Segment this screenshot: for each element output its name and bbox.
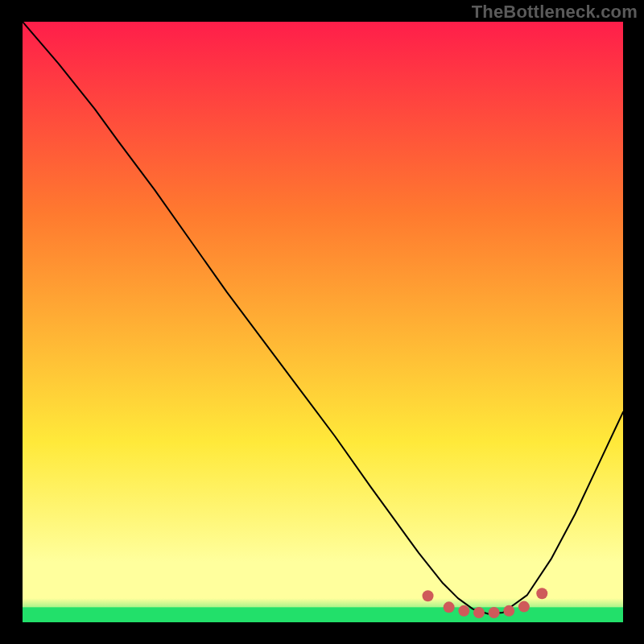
trough-marker <box>489 607 500 618</box>
trough-marker <box>536 588 547 599</box>
trough-marker <box>458 605 469 617</box>
trough-marker <box>518 601 530 613</box>
gradient-background <box>23 22 623 622</box>
plot-area <box>22 22 624 622</box>
chart-svg <box>23 22 623 622</box>
trough-marker <box>473 607 485 618</box>
chart-frame: TheBottleneck.com <box>0 0 644 644</box>
trough-marker <box>423 590 434 601</box>
trough-marker <box>444 601 455 613</box>
watermark-text: TheBottleneck.com <box>472 2 638 23</box>
trough-marker <box>503 605 514 617</box>
green-band <box>23 607 623 622</box>
